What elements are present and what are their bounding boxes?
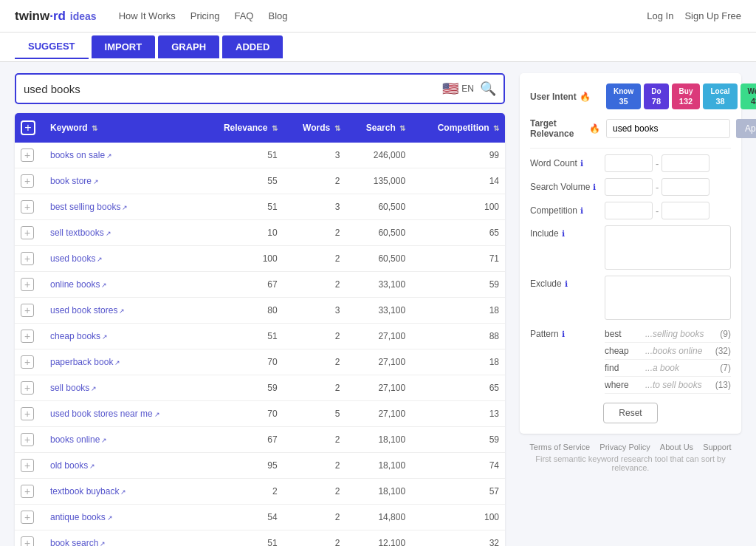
add-keyword-button[interactable]: +	[21, 200, 34, 214]
intent-buy-button[interactable]: Buy 132	[672, 83, 701, 109]
row-add-cell: +	[15, 427, 44, 453]
word-count-inputs: -	[605, 154, 709, 172]
keyword-link[interactable]: books online	[50, 434, 107, 445]
competition-max[interactable]	[662, 202, 709, 219]
include-textarea[interactable]	[605, 225, 731, 270]
keyword-link[interactable]: cheap books	[50, 331, 108, 341]
add-keyword-button[interactable]: +	[21, 459, 34, 472]
add-keyword-button[interactable]: +	[21, 355, 34, 369]
add-keyword-button[interactable]: +	[21, 381, 34, 395]
row-competition-cell: 99	[411, 143, 505, 168]
keyword-link[interactable]: paperback book	[50, 357, 120, 367]
add-keyword-button[interactable]: +	[21, 330, 34, 343]
right-panel: User Intent 🔥 Know 35 Do 78 Buy 132	[520, 73, 741, 546]
nav-pricing[interactable]: Pricing	[190, 10, 220, 21]
tab-suggest[interactable]: SUGGEST	[15, 35, 89, 59]
logo-rd: rd	[53, 9, 66, 23]
header-relevance[interactable]: Relevance ⇅	[199, 113, 283, 143]
search-volume-max[interactable]	[662, 178, 709, 196]
competition-min[interactable]	[605, 202, 653, 219]
footer-privacy[interactable]: Privacy Policy	[599, 443, 650, 451]
tab-added[interactable]: ADDED	[222, 35, 283, 58]
add-keyword-button[interactable]: +	[21, 304, 34, 317]
login-link[interactable]: Log In	[647, 10, 673, 21]
footer-about[interactable]: About Us	[660, 443, 693, 451]
row-keyword-cell: paperback book	[44, 349, 199, 375]
tab-import[interactable]: IMPORT	[92, 35, 156, 58]
keyword-link[interactable]: online books	[50, 279, 107, 290]
header-keyword[interactable]: Keyword ⇅	[44, 113, 199, 143]
tab-graph[interactable]: GRAPH	[158, 35, 219, 58]
sort-arrow-words: ⇅	[334, 124, 340, 132]
row-search-cell: 27,100	[346, 349, 412, 375]
sort-arrow-competition: ⇅	[493, 124, 499, 132]
logo: twinw·rd ideas	[15, 9, 97, 24]
add-keyword-button[interactable]: +	[21, 536, 34, 546]
info-icon-word-count: ℹ	[580, 159, 583, 168]
add-keyword-button[interactable]: +	[21, 174, 34, 188]
pattern-list-item: find ...a book (7)	[605, 360, 731, 377]
add-keyword-button[interactable]: +	[21, 226, 34, 239]
search-input[interactable]	[24, 83, 442, 95]
divider-1	[530, 148, 731, 149]
table-row: + sell books 59 2 27,100 65	[15, 375, 505, 401]
search-volume-min[interactable]	[605, 178, 653, 196]
row-competition-cell: 18	[411, 349, 505, 375]
keyword-link[interactable]: book search	[50, 538, 106, 546]
row-relevance-cell: 70	[199, 401, 283, 427]
keyword-link[interactable]: used books	[50, 253, 103, 264]
row-competition-cell: 14	[411, 168, 505, 194]
apply-button[interactable]: Apply	[736, 119, 756, 138]
keyword-link[interactable]: sell textbooks	[50, 228, 111, 238]
pattern-row: Pattern ℹ best ...selling books (9) chea…	[530, 326, 731, 394]
header-search[interactable]: Search ⇅	[346, 113, 412, 143]
nav-faq[interactable]: FAQ	[234, 10, 253, 21]
keyword-link[interactable]: textbook buyback	[50, 486, 126, 496]
logo-text: twinw·rd	[15, 9, 66, 24]
add-all-button[interactable]: +	[21, 120, 35, 135]
row-keyword-cell: online books	[44, 272, 199, 298]
nav-how-it-works[interactable]: How It Works	[119, 10, 176, 21]
add-keyword-button[interactable]: +	[21, 433, 34, 446]
reset-button[interactable]: Reset	[603, 403, 657, 423]
keyword-link[interactable]: best selling books	[50, 202, 128, 212]
add-keyword-button[interactable]: +	[21, 278, 34, 291]
signup-link[interactable]: Sign Up Free	[684, 10, 741, 21]
intent-buttons: Know 35 Do 78 Buy 132 Local 38	[606, 83, 756, 109]
keyword-link[interactable]: books on sale	[50, 150, 112, 160]
header-words[interactable]: Words ⇅	[284, 113, 346, 143]
word-count-min[interactable]	[605, 154, 653, 172]
intent-know-button[interactable]: Know 35	[606, 83, 641, 109]
intent-local-button[interactable]: Local 38	[703, 83, 737, 109]
intent-web-button[interactable]: Web 43	[740, 83, 756, 109]
keyword-link[interactable]: used book stores	[50, 305, 125, 315]
keyword-link[interactable]: sell books	[50, 383, 97, 393]
add-keyword-button[interactable]: +	[21, 407, 34, 420]
add-keyword-button[interactable]: +	[21, 252, 34, 265]
nav-blog[interactable]: Blog	[268, 10, 287, 21]
pattern-count-2: (7)	[720, 363, 731, 373]
footer-terms[interactable]: Terms of Service	[529, 443, 590, 451]
header-competition[interactable]: Competition ⇅	[411, 113, 505, 143]
pattern-keyword-0: best	[605, 329, 645, 339]
table-header-row: + Keyword ⇅ Relevance ⇅ Words ⇅	[15, 113, 505, 143]
row-relevance-cell: 51	[199, 530, 283, 547]
keyword-link[interactable]: antique books	[50, 512, 113, 522]
row-add-cell: +	[15, 168, 44, 194]
keyword-link[interactable]: old books	[50, 460, 95, 471]
table-row: + books online 67 2 18,100 59	[15, 427, 505, 453]
table-row: + sell textbooks 10 2 60,500 65	[15, 220, 505, 246]
add-keyword-button[interactable]: +	[21, 149, 34, 162]
word-count-max[interactable]	[662, 154, 709, 172]
flag-icon: 🇺🇸	[442, 81, 458, 97]
add-keyword-button[interactable]: +	[21, 485, 34, 498]
intent-do-button[interactable]: Do 78	[644, 83, 668, 109]
search-icon[interactable]: 🔍	[480, 81, 496, 97]
footer-support[interactable]: Support	[703, 443, 732, 451]
row-keyword-cell: old books	[44, 453, 199, 479]
exclude-textarea[interactable]	[605, 276, 731, 320]
add-keyword-button[interactable]: +	[21, 511, 34, 524]
keyword-link[interactable]: used book stores near me	[50, 409, 160, 419]
target-relevance-input[interactable]	[606, 119, 730, 138]
keyword-link[interactable]: book store	[50, 176, 99, 186]
